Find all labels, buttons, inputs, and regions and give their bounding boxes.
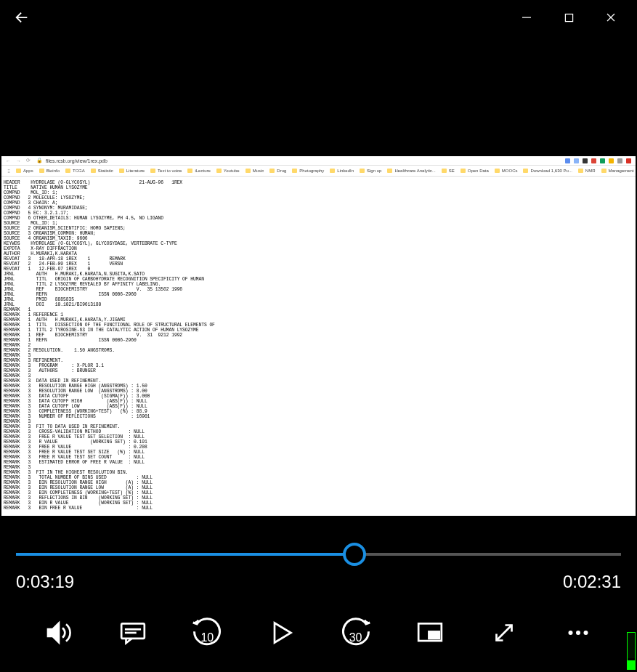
minimize-icon <box>522 12 532 23</box>
maximize-icon <box>564 13 574 23</box>
svg-marker-5 <box>48 623 59 643</box>
browser-chrome: ← → ⟳ 🔒 files.rcsb.org/view/1rex.pdb <box>1 156 636 178</box>
seekbar-fill <box>16 553 354 556</box>
bookmark-label: Drug <box>277 169 286 173</box>
bookmark-label: Healthcare Analytic... <box>394 169 435 173</box>
titlebar <box>0 0 637 35</box>
bookmark-label: Text to voice <box>158 169 182 173</box>
folder-icon <box>495 169 500 173</box>
folder-icon <box>442 169 447 173</box>
bookmark-item: SE <box>442 169 455 173</box>
mini-view-icon <box>416 619 444 647</box>
url-text: files.rcsb.org/view/1rex.pdb <box>46 158 561 163</box>
bookmark-item: Music <box>246 169 264 173</box>
bookmark-item: Download 1,630 Pu... <box>523 169 572 173</box>
audio-level-bar <box>628 658 635 669</box>
bookmark-label: Bioinfo <box>46 169 60 173</box>
maximize-button[interactable] <box>559 7 579 28</box>
bookmark-item: Apps <box>16 169 33 173</box>
video-player-window: ← → ⟳ 🔒 files.rcsb.org/view/1rex.pdb <box>0 0 637 672</box>
ext-icon <box>583 158 588 163</box>
folder-icon <box>269 169 275 173</box>
close-button[interactable] <box>601 7 621 28</box>
seekbar[interactable] <box>0 541 637 567</box>
more-icon <box>565 620 591 646</box>
skip-forward-seconds: 30 <box>349 631 362 644</box>
ext-icon <box>591 158 596 163</box>
bookmark-item: NMR <box>578 169 596 173</box>
browser-reload-icon: ⟳ <box>26 158 32 163</box>
volume-button[interactable] <box>38 612 79 653</box>
bookmark-item: TCGA <box>65 169 85 173</box>
folder-icon <box>523 169 528 173</box>
close-icon <box>606 12 616 23</box>
bookmark-label: Music <box>253 169 264 173</box>
play-icon <box>268 620 294 646</box>
lock-icon: 🔒 <box>36 158 41 163</box>
window-controls <box>516 7 630 28</box>
time-row: 0:03:19 0:02:31 <box>0 567 637 592</box>
bookmark-label: iLecture <box>195 169 210 173</box>
video-frame[interactable]: ← → ⟳ 🔒 files.rcsb.org/view/1rex.pdb <box>1 156 636 516</box>
skip-forward-button[interactable]: 30 <box>336 612 376 653</box>
ext-icon <box>600 158 605 163</box>
bookmark-label: Youtube <box>224 169 240 173</box>
folder-icon <box>292 169 297 173</box>
audio-level-indicator <box>627 632 636 670</box>
folder-icon <box>65 169 70 173</box>
volume-icon <box>44 618 73 647</box>
folder-icon <box>387 169 392 173</box>
remaining-time: 0:02:31 <box>563 572 621 592</box>
bookmark-label: Photography <box>299 169 324 173</box>
back-button[interactable] <box>7 3 36 32</box>
player-controls: 0:03:19 0:02:31 <box>0 523 637 672</box>
folder-icon <box>16 169 21 173</box>
mini-view-button[interactable] <box>410 612 450 653</box>
folder-icon <box>601 169 606 173</box>
play-button[interactable] <box>261 612 301 653</box>
ext-icon <box>609 158 614 163</box>
svg-rect-11 <box>429 631 439 639</box>
bookmark-item: Management <box>601 169 634 173</box>
bookmark-label: TCGA <box>73 169 85 173</box>
ext-icon <box>574 158 579 163</box>
browser-url-bar: ← → ⟳ 🔒 files.rcsb.org/view/1rex.pdb <box>1 156 636 166</box>
more-button[interactable] <box>558 612 599 653</box>
bookmark-label: SE <box>449 169 455 173</box>
skip-back-seconds: 10 <box>200 631 214 644</box>
fullscreen-button[interactable] <box>484 612 524 653</box>
bookmark-item: Healthcare Analytic... <box>387 169 435 173</box>
bookmark-label: Statistic <box>98 169 113 173</box>
seekbar-thumb[interactable] <box>343 543 366 566</box>
bookmark-label: Literature <box>126 169 145 173</box>
folder-icon <box>39 169 44 173</box>
subtitles-icon <box>119 619 147 647</box>
ext-icon <box>565 158 570 163</box>
svg-point-15 <box>583 631 588 635</box>
folder-icon <box>119 169 124 173</box>
bookmark-item: MOOCs <box>495 169 518 173</box>
ext-icon <box>626 158 631 163</box>
svg-line-12 <box>496 626 511 641</box>
titlebar-left <box>7 3 36 32</box>
minimize-button[interactable] <box>516 7 537 28</box>
bookmark-item: Sign up <box>360 169 381 173</box>
bookmark-label: Sign up <box>367 169 381 173</box>
browser-back-icon: ← <box>6 158 12 163</box>
folder-icon <box>91 169 96 173</box>
browser-forward-icon: → <box>16 158 22 163</box>
svg-rect-6 <box>121 623 145 639</box>
svg-rect-2 <box>565 14 572 21</box>
skip-back-button[interactable]: 10 <box>187 612 227 653</box>
folder-icon <box>246 169 251 173</box>
bookmark-item: Text to voice <box>150 169 182 173</box>
svg-point-13 <box>568 631 572 635</box>
svg-point-14 <box>576 631 580 635</box>
browser-ext-icons <box>565 158 631 163</box>
subtitles-button[interactable] <box>113 612 153 653</box>
buttons-row: 10 30 <box>0 592 637 653</box>
folder-icon <box>216 169 222 173</box>
folder-icon <box>460 169 466 173</box>
bookmark-item: Youtube <box>216 169 240 173</box>
bookmark-item: Drug <box>269 169 286 173</box>
